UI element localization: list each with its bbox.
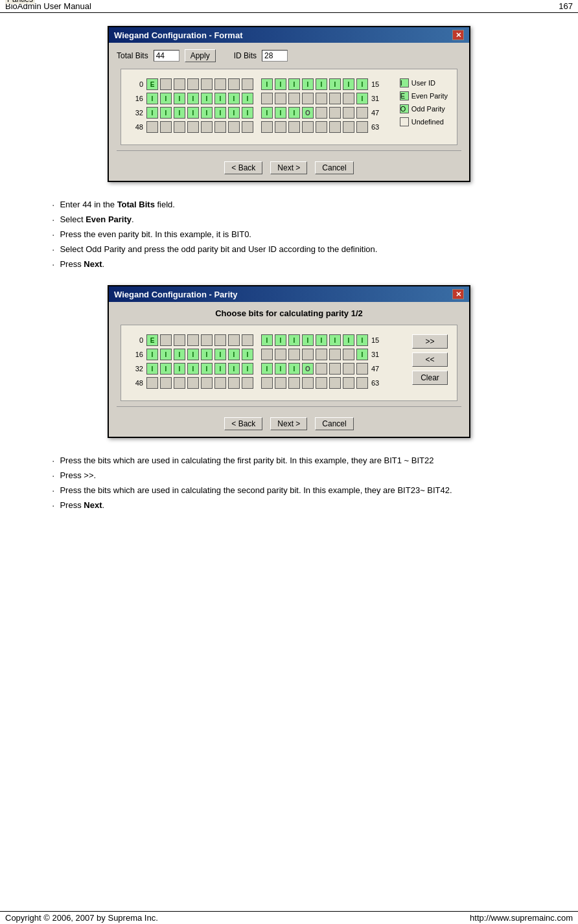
parity-bit-21[interactable]: I bbox=[214, 349, 226, 360]
parity-bit-13[interactable]: I bbox=[329, 334, 341, 346]
bit-37[interactable]: I bbox=[214, 107, 226, 119]
bit-44[interactable] bbox=[316, 107, 327, 119]
parity-bit-18[interactable]: I bbox=[174, 349, 185, 360]
parity-bit-35[interactable]: I bbox=[187, 363, 199, 375]
parity-bit-47[interactable] bbox=[356, 363, 368, 375]
bit-17[interactable]: I bbox=[160, 93, 172, 104]
bit-48[interactable] bbox=[146, 121, 158, 133]
btn-clear[interactable]: Clear bbox=[412, 371, 448, 385]
bit-62[interactable] bbox=[343, 121, 354, 133]
bit-7[interactable] bbox=[242, 78, 253, 90]
parity-bit-33[interactable]: I bbox=[160, 363, 172, 375]
bit-47[interactable] bbox=[356, 107, 368, 119]
parity-bit-11[interactable]: I bbox=[302, 334, 314, 346]
id-bits-input[interactable] bbox=[262, 50, 288, 62]
bit-29[interactable] bbox=[329, 93, 341, 104]
apply-button[interactable]: Apply bbox=[185, 49, 216, 62]
bit-19[interactable]: I bbox=[187, 93, 199, 104]
bit-34[interactable]: I bbox=[174, 107, 185, 119]
bit-30[interactable] bbox=[343, 93, 354, 104]
parity-bit-2[interactable] bbox=[174, 334, 185, 346]
parity-bit-16[interactable]: I bbox=[146, 349, 158, 360]
bit-53[interactable] bbox=[214, 121, 226, 133]
bit-5[interactable] bbox=[214, 78, 226, 90]
parity-bit-14[interactable]: I bbox=[343, 334, 354, 346]
parity-bit-59[interactable] bbox=[302, 377, 314, 389]
bit-58[interactable] bbox=[288, 121, 300, 133]
bit-31[interactable]: I bbox=[356, 93, 368, 104]
parity-bit-23[interactable]: I bbox=[242, 349, 253, 360]
parity-bit-25[interactable] bbox=[275, 349, 286, 360]
bit-25[interactable] bbox=[275, 93, 286, 104]
parity-bit-57[interactable] bbox=[275, 377, 286, 389]
parity-bit-5[interactable] bbox=[214, 334, 226, 346]
bit-4[interactable] bbox=[201, 78, 213, 90]
parity-bit-22[interactable]: I bbox=[228, 349, 240, 360]
parity-bit-32[interactable]: I bbox=[146, 363, 158, 375]
bit-8[interactable]: I bbox=[261, 78, 273, 90]
parity-bit-29[interactable] bbox=[329, 349, 341, 360]
parity-bit-63[interactable] bbox=[356, 377, 368, 389]
bit-35[interactable]: I bbox=[187, 107, 199, 119]
parity-bit-52[interactable] bbox=[201, 377, 213, 389]
parity-bit-53[interactable] bbox=[214, 377, 226, 389]
bit-59[interactable] bbox=[302, 121, 314, 133]
parity-bit-19[interactable]: I bbox=[187, 349, 199, 360]
bit-43[interactable]: O bbox=[302, 107, 314, 119]
bit-0[interactable]: E bbox=[146, 78, 158, 90]
bit-45[interactable] bbox=[329, 107, 341, 119]
parity-bit-45[interactable] bbox=[329, 363, 341, 375]
bit-49[interactable] bbox=[160, 121, 172, 133]
bit-63[interactable] bbox=[356, 121, 368, 133]
parity-bit-8[interactable]: I bbox=[261, 334, 273, 346]
bit-61[interactable] bbox=[329, 121, 341, 133]
bit-60[interactable] bbox=[316, 121, 327, 133]
total-bits-input[interactable] bbox=[154, 50, 179, 62]
bit-52[interactable] bbox=[201, 121, 213, 133]
bit-26[interactable] bbox=[288, 93, 300, 104]
parity-bit-41[interactable]: I bbox=[275, 363, 286, 375]
bit-33[interactable]: I bbox=[160, 107, 172, 119]
bit-15[interactable]: I bbox=[356, 78, 368, 90]
bit-54[interactable] bbox=[228, 121, 240, 133]
parity-bit-62[interactable] bbox=[343, 377, 354, 389]
parity-bit-56[interactable] bbox=[261, 377, 273, 389]
bit-9[interactable]: I bbox=[275, 78, 286, 90]
parity-bit-36[interactable]: I bbox=[201, 363, 213, 375]
dialog1-cancel-button[interactable]: Cancel bbox=[315, 161, 353, 174]
bit-46[interactable] bbox=[343, 107, 354, 119]
btn-right-arrow[interactable]: >> bbox=[412, 334, 448, 349]
bit-42[interactable]: I bbox=[288, 107, 300, 119]
dialog2-next-button[interactable]: Next > bbox=[270, 417, 307, 430]
bit-2[interactable] bbox=[174, 78, 185, 90]
bit-56[interactable] bbox=[261, 121, 273, 133]
parity-bit-1[interactable] bbox=[160, 334, 172, 346]
bit-23[interactable]: I bbox=[242, 93, 253, 104]
bit-36[interactable]: I bbox=[201, 107, 213, 119]
parity-bit-27[interactable] bbox=[302, 349, 314, 360]
bit-16[interactable]: I bbox=[146, 93, 158, 104]
bit-12[interactable]: I bbox=[316, 78, 327, 90]
parity-bit-40[interactable]: I bbox=[261, 363, 273, 375]
parity-bit-26[interactable] bbox=[288, 349, 300, 360]
parity-bit-55[interactable] bbox=[242, 377, 253, 389]
parity-bit-9[interactable]: I bbox=[275, 334, 286, 346]
bit-22[interactable]: I bbox=[228, 93, 240, 104]
parity-bit-49[interactable] bbox=[160, 377, 172, 389]
parity-bit-50[interactable] bbox=[174, 377, 185, 389]
dialog-format-close[interactable]: ✕ bbox=[452, 30, 464, 40]
bit-38[interactable]: I bbox=[228, 107, 240, 119]
bit-50[interactable] bbox=[174, 121, 185, 133]
btn-left-arrow[interactable]: << bbox=[412, 352, 448, 367]
parity-bit-10[interactable]: I bbox=[288, 334, 300, 346]
parity-bit-20[interactable]: I bbox=[201, 349, 213, 360]
bit-40[interactable]: I bbox=[261, 107, 273, 119]
parity-bit-30[interactable] bbox=[343, 349, 354, 360]
parity-bit-44[interactable] bbox=[316, 363, 327, 375]
parity-bit-3[interactable] bbox=[187, 334, 199, 346]
dialog1-back-button[interactable]: < Back bbox=[224, 161, 262, 174]
bit-41[interactable]: I bbox=[275, 107, 286, 119]
parity-bit-17[interactable]: I bbox=[160, 349, 172, 360]
parity-bit-38[interactable]: I bbox=[228, 363, 240, 375]
bit-20[interactable]: I bbox=[201, 93, 213, 104]
